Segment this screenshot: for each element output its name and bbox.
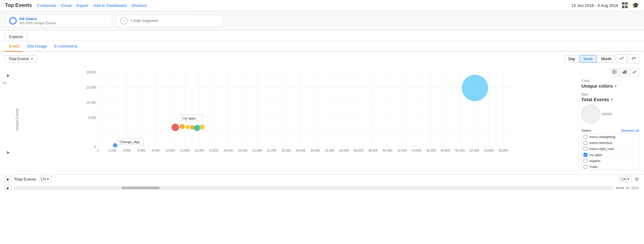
customise-link[interactable]: Customise	[37, 3, 56, 8]
bar-chart-btn[interactable]	[620, 68, 629, 76]
add-segment-button[interactable]: + + Add Segment	[116, 15, 223, 27]
svg-text:34,000: 34,000	[339, 149, 349, 152]
svg-text:40,000: 40,000	[383, 149, 393, 152]
size-dropdown-arrow[interactable]: ▼	[610, 98, 613, 101]
right-panel: Color Unique colors ▼ Size Total Events …	[579, 66, 641, 174]
select-label: Select	[581, 129, 591, 132]
header: Top Events Customise Email Export Add to…	[0, 0, 644, 11]
bubble-myapps-5[interactable]	[194, 125, 200, 131]
total-events-dropdown[interactable]: Total Events ▼	[5, 55, 37, 63]
grid-view-icon[interactable]	[622, 2, 628, 9]
svg-text:12,000: 12,000	[180, 149, 190, 152]
list-item-trails: Trails	[582, 164, 639, 170]
explorer-tab[interactable]: Explorer	[5, 32, 27, 41]
svg-text:24,000: 24,000	[267, 149, 277, 152]
bubble-large[interactable]	[462, 75, 488, 101]
svg-text:20,000: 20,000	[238, 149, 248, 152]
svg-text:2,000: 2,000	[108, 149, 116, 152]
svg-text:52,000: 52,000	[470, 149, 479, 152]
all-users-segment[interactable]: All Users 105.93% Unique Events	[5, 14, 112, 27]
bottom-bar: ▶ Total Events Lin ▼ Lin ▼ ⚙	[0, 174, 644, 183]
day-button[interactable]: Day	[565, 55, 579, 63]
expand-left-arrow[interactable]: ▶	[5, 149, 11, 155]
color-dropdown-arrow[interactable]: ▼	[614, 84, 617, 88]
chart-controls	[581, 68, 639, 76]
tab-event[interactable]: Event	[5, 41, 23, 52]
scatter-chart-button[interactable]	[628, 54, 639, 63]
timeline-slider-track[interactable]	[14, 186, 613, 190]
y-lin-arrow: ▼	[627, 177, 630, 181]
date-range-text[interactable]: 13 Jun 2016 - 9 Aug 2016	[571, 3, 618, 8]
email-link[interactable]: Email	[61, 3, 71, 8]
bubble-myapps-4[interactable]	[190, 125, 195, 130]
timeline-play-button[interactable]: ▶	[5, 185, 11, 191]
shortcut-link[interactable]: Shortcut	[131, 3, 146, 8]
chart-area: 20,000 15,000 10,000 5,000 0 0 2,000 4,0…	[20, 66, 579, 174]
svg-text:15,000: 15,000	[86, 86, 96, 89]
month-button[interactable]: Month	[598, 55, 615, 63]
week-label: Week 24, 2016	[616, 186, 639, 190]
svg-text:48,000: 48,000	[441, 149, 450, 152]
tab-ecommerce[interactable]: E-commerce	[51, 41, 82, 52]
deselect-all-button[interactable]: Deselect all	[621, 129, 639, 132]
list-item-organic: organic	[582, 158, 639, 164]
size-label: Size	[581, 92, 639, 96]
hat-icon[interactable]: 🎓	[632, 2, 639, 9]
svg-rect-75	[615, 70, 616, 72]
export-link[interactable]: Export	[76, 3, 88, 8]
bubble-myapps-2[interactable]	[180, 124, 185, 129]
collapse-left-arrow[interactable]: ▶	[5, 72, 11, 78]
line-chart-btn2[interactable]	[630, 68, 639, 76]
toolbar-right: Day Week Month	[565, 54, 639, 63]
checkbox-myapps[interactable]	[584, 153, 587, 157]
checkbox-right-now[interactable]	[584, 147, 587, 151]
y-tick-0: Lin	[3, 81, 7, 84]
size-number: 60000	[602, 112, 612, 116]
svg-text:44,000: 44,000	[412, 149, 421, 152]
svg-text:20,000: 20,000	[86, 71, 96, 74]
x-lin-arrow: ▼	[47, 177, 49, 181]
svg-rect-78	[623, 72, 624, 74]
segment-bar: All Users 105.93% Unique Events + + Add …	[0, 11, 644, 31]
checkbox-retargeting[interactable]	[584, 135, 587, 139]
svg-text:14,000: 14,000	[195, 149, 204, 152]
svg-text:38,000: 38,000	[368, 149, 378, 152]
checkbox-organic[interactable]	[584, 159, 587, 163]
tab-site-usage[interactable]: Site Usage	[23, 41, 51, 52]
checkbox-retention[interactable]	[584, 141, 587, 145]
svg-text:32,000: 32,000	[325, 149, 335, 152]
svg-text:46,000: 46,000	[426, 149, 436, 152]
size-value-text: Total Events	[581, 97, 609, 102]
segment-circle	[9, 17, 17, 25]
label-organic: organic	[589, 159, 601, 163]
select-header: Select Deselect all	[581, 129, 639, 132]
add-to-dashboard-link[interactable]: Add to Dashboard	[93, 3, 127, 8]
bottom-right: Lin ▼ ⚙	[619, 176, 639, 182]
timeline-bar: ▶ Week 24, 2016	[0, 183, 644, 192]
y-lin-dropdown[interactable]: Lin ▼	[619, 176, 632, 182]
svg-text:56,000: 56,000	[499, 149, 508, 152]
bubble-myapps-6[interactable]	[199, 125, 204, 130]
svg-text:54,000: 54,000	[484, 149, 494, 152]
color-label: Color	[581, 79, 639, 83]
bubble-change-app[interactable]	[113, 143, 117, 148]
timeline-slider-thumb[interactable]	[122, 187, 160, 189]
bubble-myapps-3[interactable]	[185, 125, 190, 129]
svg-text:28,000: 28,000	[296, 149, 306, 152]
week-button[interactable]: Week	[580, 55, 596, 63]
settings-icon[interactable]: ⚙	[635, 176, 639, 182]
svg-rect-74	[613, 70, 614, 72]
y-lin-label: Lin	[621, 177, 626, 181]
svg-text:0: 0	[94, 145, 96, 148]
chart-section: ▶ Lin ▶ Unique Events	[0, 66, 644, 174]
checkbox-trails[interactable]	[584, 165, 587, 169]
x-lin-dropdown[interactable]: Lin ▼	[39, 176, 52, 182]
grid-scatter-btn[interactable]	[610, 68, 619, 76]
bubble-myapps-1[interactable]	[172, 124, 179, 131]
line-chart-button[interactable]	[616, 54, 627, 63]
label-right-now: menu.right_now	[589, 147, 614, 151]
chart-svg: 20,000 15,000 10,000 5,000 0 0 2,000 4,0…	[20, 66, 579, 154]
color-section: Color Unique colors ▼	[581, 79, 639, 89]
label-retention: menu.retention	[589, 141, 612, 145]
play-pause-button[interactable]: ▶	[5, 176, 11, 182]
